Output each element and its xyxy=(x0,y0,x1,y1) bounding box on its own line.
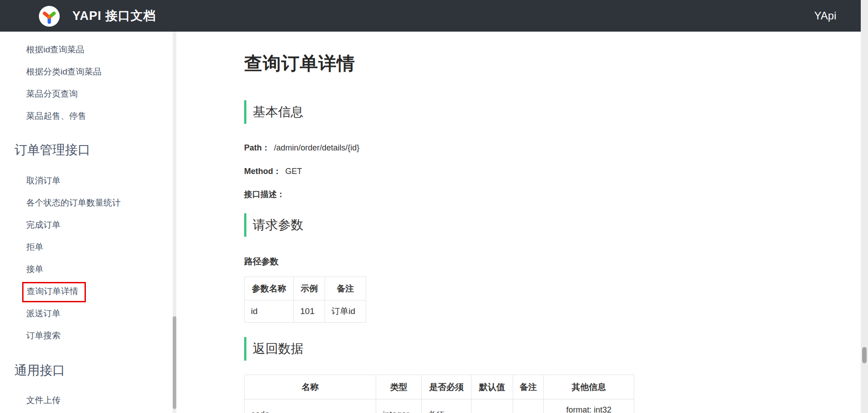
cell-required: 必须 xyxy=(422,399,472,413)
table-header-row: 参数名称 示例 备注 xyxy=(245,277,366,300)
sidebar-scrollbar-track[interactable] xyxy=(173,32,176,413)
main-content: 查询订单详情 基本信息 Path：/admin/order/details/{i… xyxy=(244,32,634,413)
cell-type: integer xyxy=(376,399,422,413)
sidebar-section-order-management[interactable]: 订单管理接口 xyxy=(0,143,173,157)
table-row: code integer 必须 format: int32 xyxy=(245,399,634,413)
col-remark: 备注 xyxy=(513,375,544,399)
section-heading-response-data: 返回数据 xyxy=(244,337,634,361)
col-required: 是否必须 xyxy=(422,375,472,399)
sidebar-item-complete-order[interactable]: 完成订单 xyxy=(0,221,173,230)
description-row: 接口描述： xyxy=(244,190,634,199)
path-value: /admin/order/details/{id} xyxy=(274,143,359,152)
cell-remark: 订单id xyxy=(325,300,366,323)
section-heading-basic-info: 基本信息 xyxy=(244,100,634,124)
sidebar-item-query-dish-by-id[interactable]: 根据id查询菜品 xyxy=(0,45,173,54)
sidebar-item-cancel-order[interactable]: 取消订单 xyxy=(0,176,173,185)
sidebar-item-dish-page-query[interactable]: 菜品分页查询 xyxy=(0,89,173,99)
yapi-home-link[interactable]: YApi xyxy=(814,0,836,32)
col-type: 类型 xyxy=(376,375,422,399)
table-row: id 101 订单id xyxy=(245,300,366,323)
col-remark: 备注 xyxy=(325,277,366,300)
cell-example: 101 xyxy=(294,300,325,323)
cell-default xyxy=(472,399,513,413)
method-label: Method： xyxy=(244,167,281,176)
sidebar-scrollbar-thumb[interactable] xyxy=(173,316,176,409)
sidebar-item-file-upload[interactable]: 文件上传 xyxy=(0,396,173,405)
page-scrollbar-track[interactable] xyxy=(861,0,868,413)
description-label: 接口描述： xyxy=(244,190,285,199)
sidebar-item-order-search[interactable]: 订单搜索 xyxy=(0,331,173,340)
method-row: Method：GET xyxy=(244,167,634,176)
sidebar-item-query-order-detail-active[interactable]: 查询订单详情 xyxy=(22,282,86,302)
sidebar-item-reject-order[interactable]: 拒单 xyxy=(0,243,173,252)
col-name: 名称 xyxy=(245,375,376,399)
sidebar-item-deliver-order[interactable]: 派送订单 xyxy=(0,309,173,318)
sidebar-item-order-status-count[interactable]: 各个状态的订单数量统计 xyxy=(0,198,173,207)
yapi-logo-icon xyxy=(39,6,60,27)
cell-param-name: id xyxy=(245,300,294,323)
sidebar-section-common-api[interactable]: 通用接口 xyxy=(0,364,173,377)
cell-remark xyxy=(513,399,544,413)
page-title: 查询订单详情 xyxy=(244,51,634,76)
response-table: 名称 类型 是否必须 默认值 备注 其他信息 code integer 必须 f… xyxy=(244,375,634,413)
path-label: Path： xyxy=(244,143,270,152)
method-value: GET xyxy=(285,167,302,176)
cell-name: code xyxy=(245,399,376,413)
col-other-info: 其他信息 xyxy=(544,375,634,399)
sidebar-item-query-dish-by-category[interactable]: 根据分类id查询菜品 xyxy=(0,67,173,76)
col-default: 默认值 xyxy=(472,375,513,399)
col-example: 示例 xyxy=(294,277,325,300)
sidebar: 根据id查询菜品 根据分类id查询菜品 菜品分页查询 菜品起售、停售 订单管理接… xyxy=(0,32,173,413)
cell-other-info: format: int32 xyxy=(544,399,634,413)
sidebar-menu: 根据id查询菜品 根据分类id查询菜品 菜品分页查询 菜品起售、停售 订单管理接… xyxy=(0,32,173,405)
section-heading-request-params: 请求参数 xyxy=(244,213,634,237)
path-params-table: 参数名称 示例 备注 id 101 订单id xyxy=(244,277,366,323)
path-params-subheading: 路径参数 xyxy=(244,257,634,266)
col-param-name: 参数名称 xyxy=(245,277,294,300)
page-scrollbar-thumb[interactable] xyxy=(862,347,867,363)
table-header-row: 名称 类型 是否必须 默认值 备注 其他信息 xyxy=(245,375,634,399)
sidebar-item-accept-order[interactable]: 接单 xyxy=(0,265,173,274)
sidebar-item-dish-start-stop-sale[interactable]: 菜品起售、停售 xyxy=(0,112,173,121)
app-header: YAPI 接口文档 YApi xyxy=(0,0,868,32)
path-row: Path：/admin/order/details/{id} xyxy=(244,143,634,152)
app-title: YAPI 接口文档 xyxy=(72,0,156,32)
